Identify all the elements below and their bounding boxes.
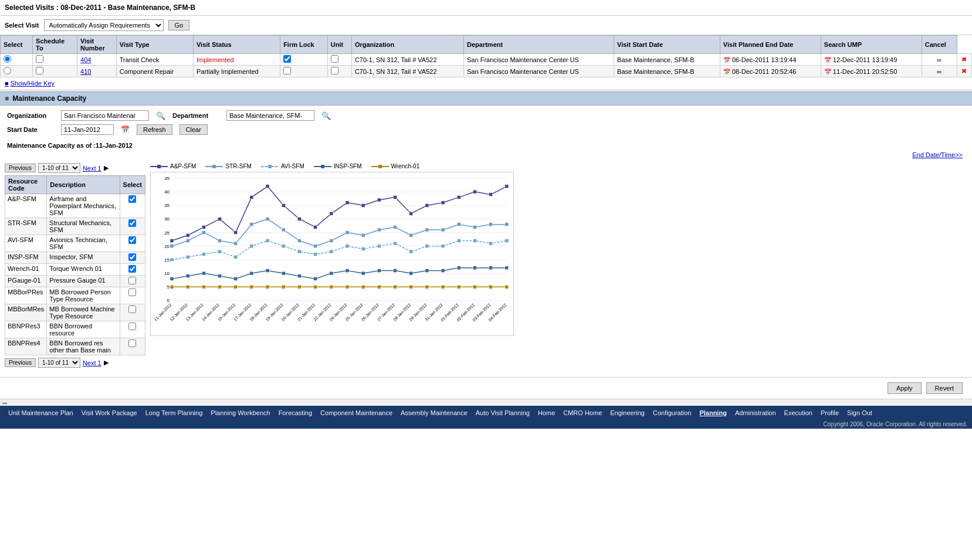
resource-row: BBNPRes3 BBN Borrowed resource <box>5 321 145 338</box>
nav-item-component-maintenance[interactable]: Component Maintenance <box>317 408 396 418</box>
next-arrow-top[interactable]: ▶ <box>104 164 109 172</box>
cell-schedule-to[interactable] <box>33 66 77 77</box>
nav-item-cmro-home[interactable]: CMRO Home <box>560 408 605 418</box>
visit-radio-1[interactable] <box>4 67 11 74</box>
calendar-icon[interactable]: 📅 <box>121 125 130 134</box>
firm-lock-cb-0[interactable] <box>283 55 291 63</box>
clear-button[interactable]: Clear <box>180 124 208 135</box>
resource-select-cell[interactable] <box>120 264 145 276</box>
nav-item-long-term-planning[interactable]: Long Term Planning <box>142 408 206 418</box>
section-collapse-icon[interactable]: ■ <box>5 94 9 103</box>
end-date-link[interactable]: End Date/Time>> <box>0 151 972 158</box>
visit-radio-0[interactable] <box>4 55 11 63</box>
calendar-icon-start[interactable]: 📅 <box>723 69 730 75</box>
resource-cb-0[interactable] <box>128 195 136 203</box>
cell-search-ump[interactable]: ∞ <box>922 66 957 77</box>
nav-item-configuration[interactable]: Configuration <box>649 408 695 418</box>
search-ump-icon-1[interactable]: ∞ <box>937 68 941 75</box>
resource-select-cell[interactable] <box>120 276 145 287</box>
cell-cancel[interactable]: ✖ <box>957 54 971 66</box>
nav-item-home[interactable]: Home <box>534 408 558 418</box>
unit-col-cb-1[interactable] <box>331 67 338 74</box>
cancel-icon-0[interactable]: ✖ <box>961 56 967 63</box>
resource-select-cell[interactable] <box>120 321 145 338</box>
calendar-icon-start[interactable]: 📅 <box>723 57 730 63</box>
schedule-to-cb-1[interactable] <box>36 67 43 74</box>
resource-cb-9[interactable] <box>128 340 136 347</box>
col-resource-code: ResourceCode <box>5 176 47 194</box>
resource-select-cell[interactable] <box>120 218 145 235</box>
nav-item-administration[interactable]: Administration <box>731 408 780 418</box>
cell-select[interactable] <box>1 66 33 77</box>
range-select-bottom[interactable]: 1-10 of 11 <box>38 358 80 368</box>
show-hide-key[interactable]: ■ Show/Hide Key <box>0 77 972 89</box>
nav-item-unit-maintenance-plan[interactable]: Unit Maintenance Plan <box>5 408 77 418</box>
next-arrow-bottom[interactable]: ▶ <box>104 359 109 366</box>
previous-button-bottom[interactable]: Previous <box>5 358 36 367</box>
select-visit-label: Select Visit <box>5 22 39 29</box>
resource-select-cell[interactable] <box>120 287 145 304</box>
cell-select[interactable] <box>1 54 33 66</box>
resource-cb-8[interactable] <box>128 323 136 330</box>
unit-col-cb-0[interactable] <box>331 55 338 63</box>
go-button[interactable]: Go <box>168 20 190 30</box>
cell-cancel[interactable]: ✖ <box>957 66 971 77</box>
nav-item-planning-workbench[interactable]: Planning Workbench <box>207 408 273 418</box>
search-ump-icon-0[interactable]: ∞ <box>937 56 941 63</box>
resource-cb-4[interactable] <box>128 265 136 273</box>
organization-input[interactable] <box>61 110 149 121</box>
cell-visit-number[interactable]: 410 <box>77 66 117 77</box>
cell-search-ump[interactable]: ∞ <box>922 54 957 66</box>
resource-select-cell[interactable] <box>120 194 145 218</box>
resource-select-cell[interactable] <box>120 304 145 321</box>
apply-button[interactable]: Apply <box>888 382 922 394</box>
next-link-bottom[interactable]: Next 1 <box>83 359 101 366</box>
resource-cb-1[interactable] <box>128 219 136 227</box>
svg-rect-61 <box>314 225 317 229</box>
schedule-to-cb-0[interactable] <box>36 55 43 63</box>
firm-lock-cb-1[interactable] <box>283 67 291 74</box>
range-select-top[interactable]: 1-10 of 11 <box>38 163 80 173</box>
previous-button-top[interactable]: Previous <box>5 164 36 172</box>
nav-item-engineering[interactable]: Engineering <box>607 408 648 418</box>
bottom-pagination: Previous 1-10 of 11 Next 1 ▶ <box>5 355 145 370</box>
refresh-button[interactable]: Refresh <box>137 124 172 135</box>
cell-schedule-to[interactable] <box>33 54 77 66</box>
cell-firm-lock[interactable] <box>280 66 328 77</box>
nav-item-planning[interactable]: Planning <box>696 408 730 418</box>
resource-cb-6[interactable] <box>128 289 136 296</box>
department-input[interactable] <box>226 110 314 121</box>
cancel-icon-1[interactable]: ✖ <box>961 67 967 74</box>
start-date-input[interactable] <box>61 124 114 135</box>
svg-rect-142 <box>202 285 205 289</box>
next-link-top[interactable]: Next 1 <box>83 165 101 172</box>
org-search-icon[interactable]: 🔍 <box>156 111 165 120</box>
revert-button[interactable]: Revert <box>926 382 963 394</box>
resource-cb-7[interactable] <box>128 306 136 313</box>
resource-select-cell[interactable] <box>120 235 145 252</box>
nav-item-assembly-maintenance[interactable]: Assembly Maintenance <box>397 408 471 418</box>
cell-visit-number[interactable]: 404 <box>77 54 117 66</box>
select-visit-dropdown[interactable]: Automatically Assign Requirements <box>44 19 164 31</box>
svg-rect-110 <box>394 242 397 245</box>
nav-item-visit-work-package[interactable]: Visit Work Package <box>78 408 141 418</box>
resource-select-cell[interactable] <box>120 252 145 264</box>
nav-item-auto-visit-planning[interactable]: Auto Visit Planning <box>472 408 533 418</box>
resource-cb-5[interactable] <box>128 277 136 284</box>
resource-select-cell[interactable] <box>120 338 145 355</box>
calendar-icon-end[interactable]: 📅 <box>824 57 831 63</box>
calendar-icon-end[interactable]: 📅 <box>824 69 831 75</box>
show-hide-key-label[interactable]: Show/Hide Key <box>11 80 55 87</box>
nav-item-profile[interactable]: Profile <box>817 408 842 418</box>
nav-item-sign-out[interactable]: Sign Out <box>844 408 876 418</box>
nav-item-forecasting[interactable]: Forecasting <box>275 408 316 418</box>
svg-rect-53 <box>186 233 189 237</box>
nav-item-execution[interactable]: Execution <box>781 408 816 418</box>
visit-number-link-1[interactable]: 410 <box>80 68 91 75</box>
cell-firm-lock[interactable] <box>280 54 328 66</box>
visit-number-link-0[interactable]: 404 <box>80 56 91 63</box>
svg-rect-131 <box>377 269 381 272</box>
resource-cb-2[interactable] <box>128 236 136 244</box>
resource-cb-3[interactable] <box>128 253 136 261</box>
dept-search-icon[interactable]: 🔍 <box>321 111 331 120</box>
